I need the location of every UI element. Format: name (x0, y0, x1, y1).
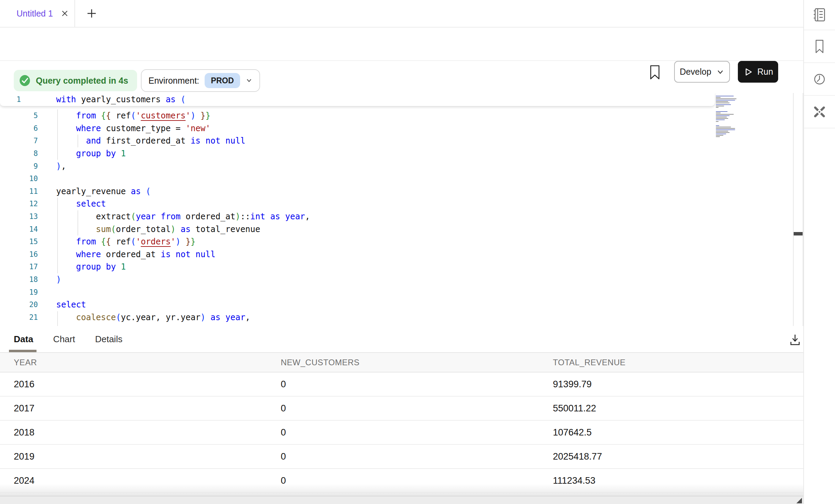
table-cell: 0 (281, 427, 553, 438)
line-number: 13 (0, 212, 38, 221)
tab-label: Untitled 1 (17, 9, 53, 19)
results-tab-bar: DataChartDetails (0, 326, 803, 353)
environment-label: Environment: (148, 76, 199, 86)
table-row: 20170550011.22 (0, 397, 803, 421)
sticky-line-number: 1 (0, 95, 38, 104)
download-results-button[interactable] (786, 331, 804, 349)
table-cell: 550011.22 (553, 403, 803, 414)
code-line[interactable]: 14 sum(order_total) as total_revenue (0, 223, 803, 235)
sidebar-item-bookmarks[interactable] (804, 30, 835, 63)
toolbar: Develop Run (0, 28, 803, 61)
results-panel: DataChartDetails YEARNEW_CUSTOMERSTOTAL_… (0, 326, 803, 504)
plus-icon (86, 8, 97, 19)
table-row: 201902025418.77 (0, 445, 803, 469)
code-line[interactable]: 22 coalesce(yc.new_customers, 0) as new_… (0, 324, 803, 326)
code-line[interactable]: 7 and first_ordered_at is not null (0, 135, 803, 147)
code-line[interactable]: 16 where ordered_at is not null (0, 248, 803, 261)
line-number: 18 (0, 275, 38, 284)
sql-code-editor[interactable]: 1 with yearly_customers as ( 5 from {{ r… (0, 93, 803, 326)
tab-divider (74, 0, 75, 27)
code-lines: 5 from {{ ref('customers') }}6 where cus… (0, 109, 803, 326)
column-header: TOTAL_REVENUE (553, 358, 803, 367)
line-number: 19 (0, 288, 38, 296)
code-line[interactable]: 20select (0, 298, 803, 311)
scrollbar-thumb[interactable] (794, 232, 803, 235)
main-area: Untitled 1 Develop (0, 0, 803, 504)
table-cell: 107642.5 (553, 427, 803, 438)
column-header: NEW_CUSTOMERS (281, 358, 553, 367)
editor-tab-bar: Untitled 1 (0, 0, 803, 28)
table-header-row: YEARNEW_CUSTOMERSTOTAL_REVENUE (0, 353, 803, 372)
new-tab-button[interactable] (81, 0, 102, 27)
line-number: 11 (0, 187, 38, 196)
history-icon (812, 72, 827, 87)
line-number: 20 (0, 301, 38, 309)
resize-grip[interactable] (796, 498, 802, 503)
code-line[interactable]: 10 (0, 172, 803, 185)
table-cell: 2017 (14, 403, 281, 414)
right-sidebar (803, 0, 835, 504)
table-cell: 0 (281, 475, 553, 486)
query-status-text: Query completed in 4s (36, 76, 128, 86)
download-icon (788, 333, 802, 347)
code-line[interactable]: 21 coalesce(yc.year, yr.year) as year, (0, 311, 803, 324)
editor-scrollbar[interactable] (793, 93, 803, 326)
active-tab-underline (9, 350, 37, 352)
line-number: 16 (0, 250, 38, 259)
tab-untitled-1[interactable]: Untitled 1 (0, 0, 74, 27)
code-line[interactable]: 9), (0, 160, 803, 172)
line-number: 6 (0, 124, 38, 133)
line-number: 17 (0, 263, 38, 271)
code-line[interactable]: 15 from {{ ref('orders') }} (0, 235, 803, 248)
chevron-down-icon (246, 77, 252, 84)
line-number: 12 (0, 200, 38, 208)
line-number: 10 (0, 175, 38, 183)
line-number: 9 (0, 162, 38, 170)
notebook-icon (812, 7, 827, 23)
sticky-line-code: with yearly_customers as ( (56, 95, 186, 104)
close-tab-button[interactable] (61, 9, 69, 18)
table-cell: 0 (281, 451, 553, 462)
table-cell: 0 (281, 403, 553, 414)
line-number: 21 (0, 313, 38, 322)
sidebar-item-lineage[interactable] (804, 96, 835, 128)
table-cell: 2025418.77 (553, 451, 803, 462)
line-number: 5 (0, 112, 38, 120)
column-header: YEAR (14, 358, 281, 367)
line-number: 8 (0, 149, 38, 158)
environment-selector[interactable]: Environment: PROD (141, 69, 260, 92)
table-cell: 2016 (14, 379, 281, 390)
success-check-icon (19, 74, 31, 87)
code-line[interactable]: 5 from {{ ref('customers') }} (0, 109, 803, 122)
minimap[interactable] (716, 96, 775, 138)
code-line[interactable]: 19 (0, 286, 803, 298)
bookmark-icon (812, 38, 827, 55)
results-tab-details[interactable]: Details (95, 334, 122, 345)
table-body: 2016091399.7920170550011.2220180107642.5… (0, 372, 803, 493)
table-row: 20180107642.5 (0, 421, 803, 445)
status-row: Query completed in 4s Environment: PROD (0, 61, 803, 93)
table-cell: 0 (281, 379, 553, 390)
table-cell: 2019 (14, 451, 281, 462)
horizontal-scrollbar[interactable] (0, 496, 803, 504)
table-cell: 2018 (14, 427, 281, 438)
code-line[interactable]: 11yearly_revenue as ( (0, 185, 803, 198)
code-line[interactable]: 13 extract(year from ordered_at)::int as… (0, 210, 803, 223)
code-line[interactable]: 17 group by 1 (0, 261, 803, 273)
table-row: 2016091399.79 (0, 372, 803, 397)
sticky-scroll-line[interactable]: 1 with yearly_customers as ( (0, 93, 715, 106)
code-line[interactable]: 8 group by 1 (0, 147, 803, 160)
results-tab-chart[interactable]: Chart (53, 334, 75, 345)
line-number: 14 (0, 225, 38, 233)
table-cell: 91399.79 (553, 379, 803, 390)
code-line[interactable]: 18) (0, 273, 803, 286)
sidebar-item-history[interactable] (804, 63, 835, 96)
code-line[interactable]: 12 select (0, 198, 803, 210)
query-status-badge: Query completed in 4s (14, 70, 137, 91)
sidebar-item-notebook[interactable] (804, 0, 835, 30)
table-row: 20240111234.53 (0, 469, 803, 493)
lineage-icon (812, 104, 827, 120)
code-line[interactable]: 6 where customer_type = 'new' (0, 122, 803, 135)
results-tab-data[interactable]: Data (14, 334, 33, 345)
close-icon (61, 9, 69, 18)
